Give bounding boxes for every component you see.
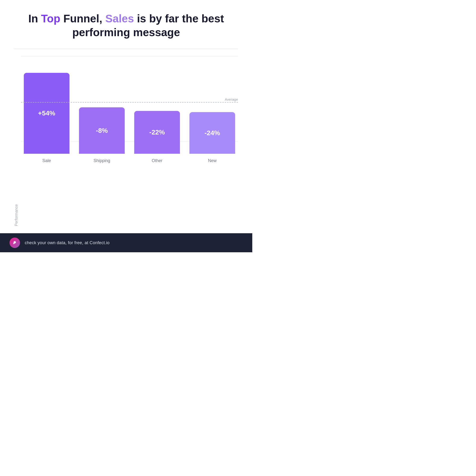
bar-shipping-value: -8% xyxy=(96,127,108,135)
bar-group-sale: +54% Sale xyxy=(24,73,69,154)
bar-shipping-label: Shipping xyxy=(94,158,110,163)
title-text: In Top Funnel, Sales is by far the bestp… xyxy=(14,12,238,39)
average-line: Average xyxy=(21,102,238,102)
footer-text: check your own data, for free, at Confec… xyxy=(25,240,109,245)
bar-sale: +54% xyxy=(24,73,69,154)
chart-area: Performance Average +54% xyxy=(14,56,238,226)
bars-container: +54% Sale -8% Shipping -22% xyxy=(21,56,238,154)
bar-group-shipping: -8% Shipping xyxy=(79,107,125,154)
title-top: Top xyxy=(41,12,60,25)
logo-icon xyxy=(12,240,17,246)
divider-line xyxy=(14,49,238,49)
y-axis-label: Performance xyxy=(14,56,18,226)
bar-sale-value: +54% xyxy=(38,109,55,117)
bar-group-new: -24% New xyxy=(189,112,235,154)
main-content: In Top Funnel, Sales is by far the bestp… xyxy=(0,0,252,233)
bar-group-other: -22% Other xyxy=(134,111,180,154)
title-section: In Top Funnel, Sales is by far the bestp… xyxy=(14,12,238,39)
bar-other: -22% xyxy=(134,111,180,154)
confect-logo xyxy=(10,238,20,248)
title-part1: In xyxy=(28,12,41,25)
bar-sale-label: Sale xyxy=(42,158,51,163)
average-label: Average xyxy=(225,97,238,102)
bar-shipping: -8% xyxy=(79,107,125,154)
bar-new: -24% xyxy=(189,112,235,154)
bar-other-label: Other xyxy=(152,158,162,163)
svg-point-1 xyxy=(13,243,15,244)
footer-brand: Confect.io xyxy=(89,240,109,245)
bar-other-value: -22% xyxy=(149,129,165,136)
footer-bar: check your own data, for free, at Confec… xyxy=(0,233,252,252)
bar-new-label: New xyxy=(208,158,217,163)
footer-text-before: check your own data, for free, at xyxy=(25,240,89,245)
title-part2: Funnel, xyxy=(60,12,105,25)
average-line-container: Average xyxy=(21,102,238,102)
bar-new-value: -24% xyxy=(204,129,220,137)
title-sales: Sales xyxy=(105,12,134,25)
grid-line-top xyxy=(21,56,238,56)
